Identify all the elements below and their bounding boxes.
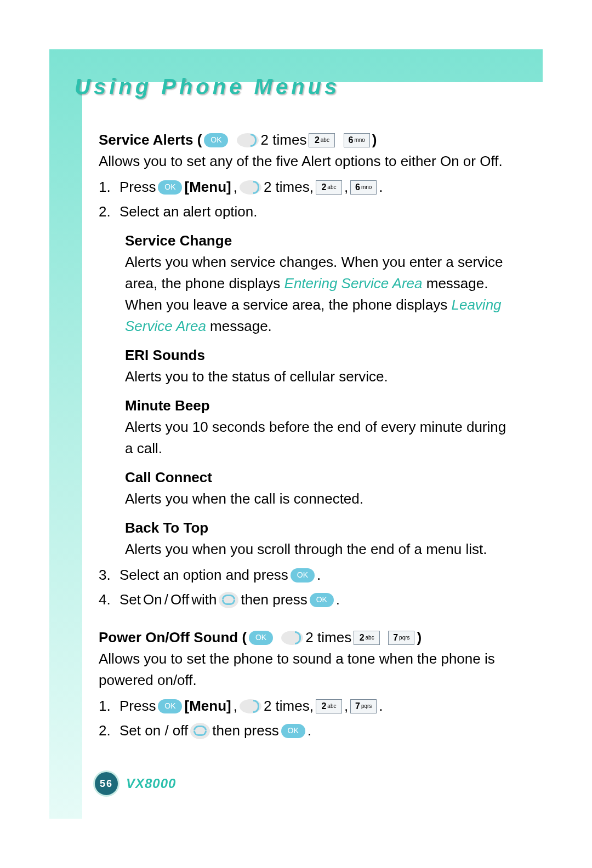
sa-step4: 4. Set On / Off with then press OK . (99, 589, 521, 610)
menu-label: [Menu] (184, 695, 231, 717)
text: . (336, 589, 340, 610)
text: then press (241, 589, 307, 610)
key-6mno-icon: 6mno (350, 180, 377, 195)
key-2abc-icon: 2abc (309, 133, 335, 147)
ok-button-icon: OK (204, 133, 228, 147)
paren-close: ) (372, 129, 377, 151)
page-number-badge: 56 (93, 770, 119, 797)
power-step1: 1. Press OK [Menu] , 2 times, 2abc , 7pq… (99, 695, 521, 717)
text: then press (212, 720, 278, 741)
nav-right-icon (281, 631, 303, 645)
service-change-body: Alerts you when service changes. When yo… (125, 252, 515, 337)
text: Allows you to set any of the five Alert … (99, 153, 440, 169)
key-7pqrs-icon: 7pqrs (388, 631, 414, 645)
text: Set (119, 589, 141, 610)
ok-button-icon: OK (158, 699, 182, 713)
ok-button-icon: OK (158, 180, 182, 195)
service-alerts-intro: Allows you to set any of the five Alert … (99, 151, 521, 172)
text: Set on / off (119, 720, 188, 741)
key-2abc-icon: 2abc (316, 699, 342, 713)
text: , (234, 176, 237, 198)
msg-entering: Entering Service Area (284, 275, 423, 292)
text: , (234, 695, 237, 717)
minute-block: Minute Beep Alerts you 10 seconds before… (125, 395, 521, 459)
text-2-times: 2 times (305, 627, 351, 648)
ok-button-icon: OK (249, 631, 273, 645)
sa-step1: 1. Press OK [Menu] , 2 times, 2abc , 6mn… (99, 176, 521, 198)
text: . (317, 564, 321, 586)
nav-right-icon (237, 133, 259, 147)
text: , (344, 695, 348, 717)
key-6mno-icon: 6mno (344, 133, 370, 147)
text: 2 times, (264, 176, 314, 198)
spacer (337, 129, 341, 151)
power-heading-line: Power On/Off Sound ( OK 2 times 2abc 7pq… (99, 627, 521, 648)
text: with (191, 589, 217, 610)
call-connect-heading: Call Connect (125, 467, 515, 488)
off-text: Off (170, 589, 189, 610)
ok-button-icon: OK (310, 593, 334, 607)
text: 2 times, (264, 695, 314, 717)
text: . (308, 720, 311, 741)
minute-body: Alerts you 10 seconds before the end of … (125, 416, 515, 459)
back-to-top-block: Back To Top Alerts you when you scroll t… (125, 517, 521, 560)
power-step2: 2. Set on / off then press OK . (99, 720, 521, 741)
list-number: 4. (99, 589, 117, 610)
ok-button-icon: OK (281, 724, 305, 738)
nav-updown-icon (219, 592, 238, 608)
nav-right-icon (240, 180, 261, 195)
sa-step3: 3. Select an option and press OK . (99, 564, 521, 586)
service-change-block: Service Change Alerts you when service c… (125, 230, 521, 337)
sa-step2: 2. Select an alert option. (99, 201, 521, 222)
spacer (382, 627, 386, 648)
key-2abc-icon: 2abc (354, 631, 380, 645)
key-2abc-icon: 2abc (316, 180, 342, 195)
text: Select an alert option. (119, 201, 258, 222)
service-alerts-heading-line: Service Alerts ( OK 2 times 2abc 6mno ) (99, 129, 521, 151)
on-text: On (143, 589, 162, 610)
text: Press (119, 695, 156, 717)
list-number: 1. (99, 176, 117, 198)
text: . (498, 153, 502, 169)
body-content: Service Alerts ( OK 2 times 2abc 6mno ) … (99, 126, 521, 741)
call-connect-block: Call Connect Alerts you when the call is… (125, 467, 521, 510)
text: . (379, 695, 383, 717)
power-heading: Power On/Off Sound ( (99, 627, 247, 648)
text: Press (119, 176, 156, 198)
paren-close: ) (417, 627, 422, 648)
power-intro: Allows you to set the phone to sound a t… (99, 648, 521, 691)
text: or (459, 153, 480, 169)
call-connect-body: Alerts you when the call is connected. (125, 488, 515, 510)
service-alerts-heading: Service Alerts ( (99, 129, 202, 151)
page-content-area: Using Phone Menus Service Alerts ( OK 2 … (82, 82, 543, 819)
list-number: 3. (99, 564, 117, 586)
text: , (344, 176, 348, 198)
spacer (275, 627, 279, 648)
text: Select an option and press (119, 564, 288, 586)
text-on: On (440, 153, 459, 169)
back-to-top-body: Alerts you when you scroll through the e… (125, 539, 515, 560)
list-number: 1. (99, 695, 117, 717)
back-to-top-heading: Back To Top (125, 517, 515, 539)
ok-button-icon: OK (291, 568, 315, 583)
text: message. (206, 318, 272, 334)
minute-heading: Minute Beep (125, 395, 515, 416)
list-number: 2. (99, 720, 117, 741)
eri-block: ERI Sounds Alerts you to the status of c… (125, 345, 521, 387)
nav-right-icon (240, 699, 261, 713)
eri-heading: ERI Sounds (125, 345, 515, 366)
text: . (379, 176, 383, 198)
page-footer: 56 VX8000 (93, 770, 176, 797)
service-change-heading: Service Change (125, 230, 515, 252)
nav-updown-icon (190, 723, 210, 739)
page-background: Using Phone Menus Service Alerts ( OK 2 … (49, 49, 543, 819)
spacer (230, 129, 234, 151)
list-number: 2. (99, 201, 117, 222)
text: / (164, 589, 168, 610)
key-7pqrs-icon: 7pqrs (350, 699, 377, 713)
text-off: Off (480, 153, 498, 169)
model-label: VX8000 (126, 776, 176, 791)
eri-body: Alerts you to the status of cellular ser… (125, 366, 515, 387)
page-title: Using Phone Menus (75, 75, 340, 99)
menu-label: [Menu] (184, 176, 231, 198)
